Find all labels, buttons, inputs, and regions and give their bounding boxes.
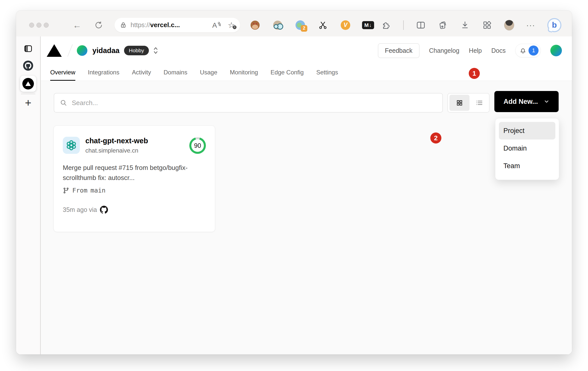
sidebar-toggle-icon[interactable] bbox=[24, 44, 33, 53]
breadcrumb-slash bbox=[67, 44, 73, 57]
vercel-logo[interactable] bbox=[47, 44, 62, 57]
add-new-button[interactable]: Add New... bbox=[494, 91, 559, 112]
project-favicon bbox=[63, 137, 80, 154]
sidebar-divider bbox=[21, 94, 35, 94]
branch-name: main bbox=[90, 187, 105, 194]
dropdown-item-project[interactable]: Project bbox=[499, 122, 555, 140]
view-toggle bbox=[447, 93, 490, 113]
docs-link[interactable]: Docs bbox=[491, 47, 506, 54]
close-window-button[interactable] bbox=[29, 23, 34, 28]
changelog-link[interactable]: Changelog bbox=[429, 47, 459, 54]
extension-badge: 2 bbox=[301, 25, 307, 32]
branch-label: From bbox=[72, 187, 87, 194]
edge-sidebar: + bbox=[16, 36, 41, 354]
collections-icon[interactable] bbox=[438, 20, 448, 30]
tab-overview[interactable]: Overview bbox=[50, 65, 75, 81]
address-bar[interactable]: https://vercel.c... A ☆ + bbox=[114, 18, 240, 32]
help-link[interactable]: Help bbox=[469, 47, 482, 54]
dropdown-item-team[interactable]: Team bbox=[499, 157, 555, 175]
deploy-time-text: 35m ago via bbox=[63, 206, 97, 213]
extensions-puzzle-icon[interactable] bbox=[381, 20, 391, 30]
project-search-bar[interactable] bbox=[54, 93, 443, 113]
tab-integrations[interactable]: Integrations bbox=[88, 65, 119, 81]
add-new-dropdown: Project Domain Team bbox=[495, 118, 559, 180]
git-branch-icon bbox=[63, 187, 69, 194]
dashboard-content: Add New... Project Domain Team bbox=[41, 81, 572, 354]
project-card-header: chat-gpt-next-web chat.simplenaive.cn 90 bbox=[63, 137, 206, 154]
settings-more-icon[interactable]: ··· bbox=[526, 21, 535, 29]
proxy-extension-icon[interactable]: 2 bbox=[295, 20, 305, 30]
sidebar-add-icon[interactable]: + bbox=[25, 97, 31, 108]
vercel-circle-icon bbox=[22, 78, 34, 89]
github-icon bbox=[100, 206, 108, 214]
profile-avatar[interactable] bbox=[504, 20, 514, 30]
v-extension-icon[interactable]: V bbox=[340, 20, 350, 30]
notification-count-badge: 1 bbox=[528, 45, 539, 56]
feedback-button[interactable]: Feedback bbox=[378, 43, 420, 58]
tab-activity[interactable]: Activity bbox=[132, 65, 151, 81]
notifications-button[interactable]: 1 bbox=[515, 44, 541, 57]
openai-logo-icon bbox=[66, 140, 77, 151]
browser-window: ← https://vercel.c... A bbox=[16, 11, 572, 354]
minimize-window-button[interactable] bbox=[36, 23, 41, 28]
analytics-score-value: 90 bbox=[189, 137, 206, 154]
team-switcher-icon[interactable] bbox=[153, 46, 158, 55]
latest-commit-message: Merge pull request #715 from betgo/bugfi… bbox=[63, 163, 205, 183]
split-screen-icon[interactable] bbox=[416, 20, 426, 30]
project-card-footer: 35m ago via bbox=[63, 206, 206, 214]
reader-view-icon[interactable]: A bbox=[212, 21, 221, 29]
scissors-extension-icon[interactable] bbox=[318, 20, 328, 30]
extensions-row: 2 V M↓ bbox=[250, 20, 373, 30]
project-meta: chat-gpt-next-web chat.simplenaive.cn bbox=[85, 137, 148, 154]
tampermonkey-extension-icon[interactable] bbox=[250, 20, 260, 30]
list-view-button[interactable] bbox=[469, 99, 489, 106]
header-actions: Feedback Changelog Help Docs 1 bbox=[378, 43, 562, 58]
tab-settings[interactable]: Settings bbox=[316, 65, 338, 81]
toolbar-divider bbox=[403, 20, 404, 30]
dashboard-tabs: Overview Integrations Activity Domains U… bbox=[41, 65, 572, 81]
back-icon[interactable]: ← bbox=[73, 21, 81, 29]
tab-monitoring[interactable]: Monitoring bbox=[230, 65, 258, 81]
svg-text:A: A bbox=[212, 21, 217, 29]
project-card[interactable]: chat-gpt-next-web chat.simplenaive.cn 90… bbox=[53, 125, 215, 232]
window-controls bbox=[29, 23, 49, 28]
markdown-download-extension-icon[interactable]: M↓ bbox=[363, 20, 373, 30]
tab-domains[interactable]: Domains bbox=[163, 65, 187, 81]
tab-edge-config[interactable]: Edge Config bbox=[271, 65, 304, 81]
refresh-icon[interactable] bbox=[94, 21, 103, 29]
url-text: https://vercel.c... bbox=[131, 21, 180, 29]
downloads-icon[interactable] bbox=[460, 20, 470, 30]
grid-view-button[interactable] bbox=[449, 95, 469, 111]
zoom-window-button[interactable] bbox=[44, 23, 49, 28]
team-avatar[interactable] bbox=[77, 45, 87, 56]
analytics-score-ring[interactable]: 90 bbox=[189, 137, 206, 154]
screenshot-stage: ← https://vercel.c... A bbox=[0, 0, 588, 371]
project-domain[interactable]: chat.simplenaive.cn bbox=[85, 147, 148, 154]
bell-icon bbox=[519, 47, 526, 54]
star-badge: + bbox=[233, 25, 237, 29]
lock-icon bbox=[120, 22, 127, 28]
dropdown-item-domain[interactable]: Domain bbox=[499, 140, 555, 157]
url-scheme: https:// bbox=[131, 21, 150, 29]
favorite-star-icon[interactable]: ☆ + bbox=[228, 21, 235, 29]
team-name[interactable]: yidadaa bbox=[92, 47, 120, 55]
url-host: vercel.c... bbox=[150, 21, 180, 29]
search-icon bbox=[60, 99, 67, 107]
vercel-sidebar-app-active[interactable] bbox=[20, 76, 36, 92]
bing-chat-icon[interactable]: b bbox=[547, 18, 561, 32]
vercel-dashboard-page: yidadaa Hobby Feedback Changelog Help Do… bbox=[41, 36, 572, 354]
plan-badge: Hobby bbox=[124, 46, 149, 55]
branch-row: From main bbox=[63, 187, 206, 194]
github-sidebar-icon[interactable] bbox=[23, 61, 33, 71]
list-view-icon bbox=[476, 99, 483, 106]
user-avatar[interactable] bbox=[550, 45, 562, 56]
persona-extension-icon[interactable] bbox=[273, 20, 283, 30]
tab-usage[interactable]: Usage bbox=[200, 65, 217, 81]
grid-view-icon bbox=[456, 99, 463, 106]
project-name[interactable]: chat-gpt-next-web bbox=[85, 137, 148, 145]
vercel-header: yidadaa Hobby Feedback Changelog Help Do… bbox=[41, 36, 572, 65]
chevron-down-icon bbox=[544, 99, 550, 105]
add-new-label: Add New... bbox=[503, 98, 538, 106]
workspaces-icon[interactable] bbox=[482, 20, 492, 30]
search-input[interactable] bbox=[72, 99, 437, 107]
